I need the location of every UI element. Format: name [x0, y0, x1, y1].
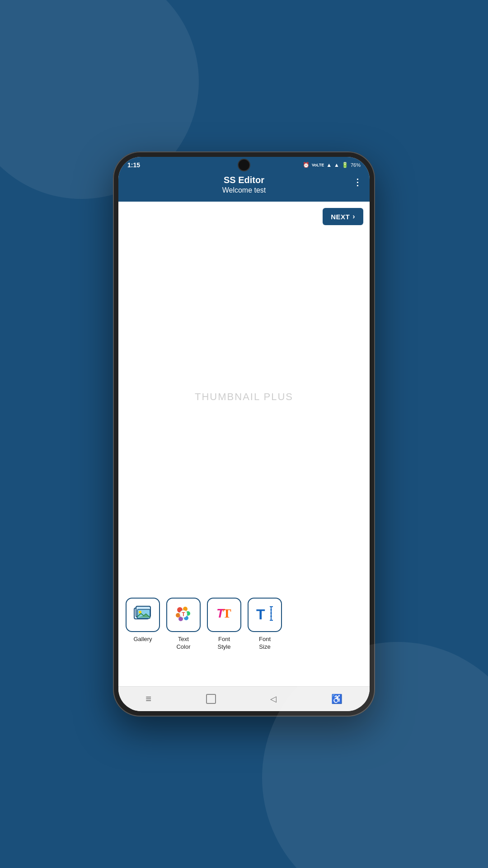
font-size-tool[interactable]: T FontSize — [247, 598, 283, 651]
svg-text:T: T — [256, 606, 265, 623]
battery-percent: 76% — [351, 162, 361, 168]
overflow-menu-button[interactable]: ⋮ — [353, 177, 362, 188]
canvas-watermark: THUMBNAIL PLUS — [195, 391, 293, 403]
font-size-icon: T — [255, 604, 274, 626]
svg-text:T: T — [223, 606, 231, 620]
alarm-icon: ⏰ — [303, 162, 310, 168]
font-style-icon-box: T T — [207, 598, 241, 632]
next-button-arrow: › — [352, 212, 355, 221]
nav-accessibility-icon[interactable]: ♿ — [331, 693, 343, 704]
toolbar: Gallery — [118, 592, 370, 659]
text-color-tool[interactable]: T TextColor — [165, 598, 202, 651]
gallery-label: Gallery — [133, 636, 152, 643]
app-subtitle: Welcome test — [126, 186, 362, 194]
font-style-tool[interactable]: T T FontStyle — [206, 598, 242, 651]
font-size-icon-box: T — [248, 598, 282, 632]
nav-home-icon[interactable] — [206, 694, 216, 704]
phone-frame: 1:15 ⏰ VoLTE ▲ ▲ 🔋 76% SS Editor Welcome… — [113, 151, 375, 717]
signal-icon: ▲ — [334, 162, 339, 168]
gallery-icon — [134, 606, 152, 624]
status-time: 1:15 — [127, 161, 140, 169]
text-color-label: TextColor — [176, 636, 190, 651]
font-style-icon: T T — [215, 604, 234, 626]
font-style-label: FontStyle — [218, 636, 231, 651]
camera-notch — [238, 159, 250, 171]
next-button-label: NEXT — [331, 213, 350, 221]
text-color-icon-box: T — [166, 598, 201, 632]
app-title: SS Editor — [126, 175, 362, 185]
nav-back-icon[interactable]: ◁ — [270, 694, 277, 704]
nav-menu-icon[interactable]: ≡ — [145, 693, 151, 705]
app-bar: SS Editor Welcome test ⋮ — [118, 171, 370, 202]
svg-point-9 — [176, 613, 180, 618]
bottom-spacer — [118, 659, 370, 686]
gallery-icon-box — [126, 598, 160, 632]
nav-bar: ≡ ◁ ♿ — [118, 686, 370, 711]
gallery-tool[interactable]: Gallery — [125, 598, 161, 643]
text-color-icon: T — [174, 604, 192, 626]
next-button[interactable]: NEXT › — [323, 208, 363, 225]
font-size-label: FontSize — [259, 636, 271, 651]
wifi-icon: ▲ — [326, 162, 332, 168]
screen: 1:15 ⏰ VoLTE ▲ ▲ 🔋 76% SS Editor Welcome… — [118, 157, 370, 711]
volte-icon: VoLTE — [312, 163, 324, 167]
status-icons: ⏰ VoLTE ▲ ▲ 🔋 76% — [303, 162, 361, 168]
main-content: NEXT › THUMBNAIL PLUS — [118, 202, 370, 686]
canvas-area: THUMBNAIL PLUS — [118, 202, 370, 592]
battery-icon: 🔋 — [342, 162, 348, 168]
svg-text:T: T — [182, 611, 185, 618]
